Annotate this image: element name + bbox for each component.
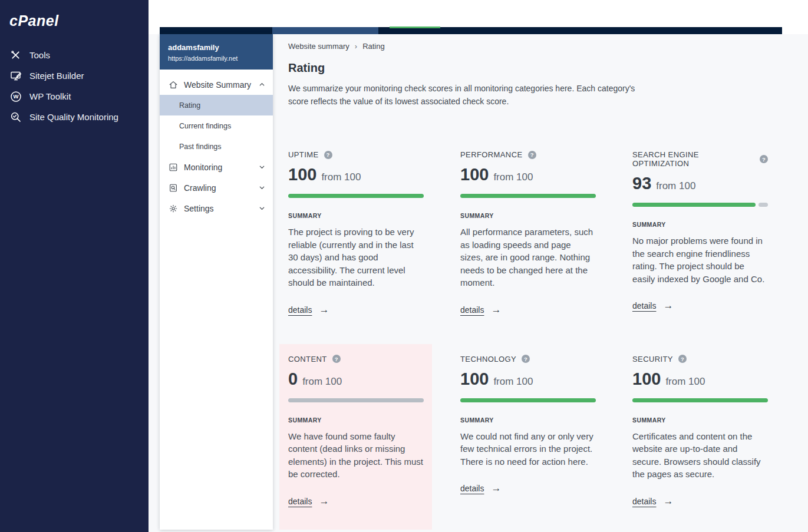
site-quality-monitoring-icon xyxy=(9,111,22,123)
card-category-label: PERFORMANCE xyxy=(460,150,523,159)
nav-subitem-label: Current findings xyxy=(179,122,231,130)
nav-item-label: Monitoring xyxy=(184,163,222,172)
chevron-down-icon xyxy=(259,164,265,170)
nav-subitem-rating[interactable]: Rating xyxy=(160,95,273,115)
progress-bar xyxy=(460,398,596,402)
card-summary-text: The project is proving to be very reliab… xyxy=(288,226,424,289)
progress-rest xyxy=(758,203,768,207)
help-icon[interactable]: ? xyxy=(324,151,332,159)
page-title: Rating xyxy=(288,61,808,75)
progress-bar xyxy=(632,398,768,402)
sidebar-item-sitejet-builder[interactable]: Sitejet Builder xyxy=(0,65,149,86)
site-panel: addamsfamily https://addamsfamily.net We… xyxy=(160,34,273,530)
nav-subitem-current-findings[interactable]: Current findings xyxy=(160,115,273,136)
card-score: 100 xyxy=(288,165,316,184)
nav-subitem-past-findings[interactable]: Past findings xyxy=(160,136,273,157)
card-summary-text: We have found some faulty content (dead … xyxy=(288,430,424,481)
details-link[interactable]: details xyxy=(460,484,484,493)
summary-label: SUMMARY xyxy=(460,212,596,219)
sidebar-item-label: Site Quality Monitoring xyxy=(29,112,118,122)
details-link[interactable]: details xyxy=(288,497,312,506)
chart-icon xyxy=(168,162,178,172)
help-icon[interactable]: ? xyxy=(522,355,530,363)
progress-fill xyxy=(632,203,756,207)
progress-bar xyxy=(288,398,424,402)
site-name: addamsfamily xyxy=(168,43,265,52)
chevron-up-icon xyxy=(259,81,265,88)
card-summary-text: All performance parameters, such as load… xyxy=(460,226,596,289)
svg-text:W: W xyxy=(13,93,18,100)
arrow-right-icon: → xyxy=(319,495,329,507)
breadcrumb-separator-icon: › xyxy=(355,42,357,51)
rating-card-content: CONTENT ? 0 from 100 SUMMARY We have fou… xyxy=(279,344,432,530)
card-score-denominator: from 100 xyxy=(665,376,705,388)
sidebar-item-label: WP Toolkit xyxy=(29,91,71,101)
home-icon xyxy=(168,80,178,90)
details-link[interactable]: details xyxy=(632,301,656,310)
help-icon[interactable]: ? xyxy=(332,355,341,363)
rating-card-uptime: UPTIME ? 100 from 100 SUMMARY The projec… xyxy=(279,140,432,325)
card-summary-text: We could not find any or only very few t… xyxy=(460,430,596,468)
help-icon[interactable]: ? xyxy=(760,155,768,163)
breadcrumb-parent[interactable]: Website summary xyxy=(288,42,349,51)
card-score-denominator: from 100 xyxy=(656,180,695,192)
cpanel-logo: cPanel xyxy=(0,0,149,40)
rating-card-technology: TECHNOLOGY ? 100 from 100 SUMMARY We cou… xyxy=(451,344,604,530)
active-tab-segment xyxy=(272,27,378,34)
summary-label: SUMMARY xyxy=(632,417,768,424)
card-score-denominator: from 100 xyxy=(321,171,361,183)
app-window: cPanel Tools Sitejet Builder W WP Toolki… xyxy=(0,0,808,532)
primary-nav: Tools Sitejet Builder W WP Toolkit Site … xyxy=(0,45,149,127)
card-score-denominator: from 100 xyxy=(493,376,533,388)
arrow-right-icon: → xyxy=(663,495,673,507)
page-description: We summarize your monitoring check score… xyxy=(288,82,652,108)
sidebar-item-site-quality-monitoring[interactable]: Site Quality Monitoring xyxy=(0,107,149,127)
progress-rest xyxy=(288,398,424,402)
nav-subitem-label: Rating xyxy=(179,101,200,110)
rating-card-security: SECURITY ? 100 from 100 SUMMARY Certific… xyxy=(624,344,776,530)
help-icon[interactable]: ? xyxy=(528,151,536,159)
nav-item-website-summary[interactable]: Website Summary xyxy=(160,74,273,95)
tools-icon xyxy=(9,49,22,61)
details-link[interactable]: details xyxy=(288,305,312,315)
sidebar-item-wp-toolkit[interactable]: W WP Toolkit xyxy=(0,86,149,107)
progress-fill xyxy=(632,398,768,402)
card-summary-text: No major problems were found in the sear… xyxy=(632,234,768,285)
help-icon[interactable]: ? xyxy=(678,355,687,363)
main-pane: Website summary › Rating Rating We summa… xyxy=(288,34,808,530)
card-category-label: UPTIME xyxy=(288,150,319,159)
card-category-label: CONTENT xyxy=(288,355,327,364)
progress-fill xyxy=(460,194,596,198)
site-url: https://addamsfamily.net xyxy=(168,55,265,62)
nav-item-label: Website Summary xyxy=(184,80,251,90)
card-summary-text: Certificates and content on the website … xyxy=(632,430,768,481)
nav-item-settings[interactable]: Settings xyxy=(160,198,273,219)
card-score: 93 xyxy=(632,174,651,193)
progress-fill xyxy=(288,194,424,198)
gear-icon xyxy=(168,203,178,213)
card-category-label: SECURITY xyxy=(632,355,673,364)
progress-fill xyxy=(460,398,596,402)
arrow-right-icon: → xyxy=(663,300,673,312)
wp-toolkit-icon: W xyxy=(9,90,22,103)
card-score: 100 xyxy=(632,369,661,389)
summary-label: SUMMARY xyxy=(288,212,424,219)
nav-item-label: Crawling xyxy=(184,183,216,193)
details-link[interactable]: details xyxy=(460,305,484,315)
site-panel-header: addamsfamily https://addamsfamily.net xyxy=(160,34,273,70)
arrow-right-icon: → xyxy=(319,304,329,316)
nav-item-crawling[interactable]: Crawling xyxy=(160,177,273,198)
chevron-down-icon xyxy=(259,205,265,212)
sidebar-item-tools[interactable]: Tools xyxy=(0,45,149,65)
active-tab-indicator xyxy=(390,27,440,28)
progress-bar xyxy=(632,203,768,207)
nav-item-monitoring[interactable]: Monitoring xyxy=(160,157,273,177)
card-score: 100 xyxy=(460,165,489,184)
card-score: 100 xyxy=(460,369,489,389)
details-link[interactable]: details xyxy=(632,497,656,506)
sitejet-builder-icon xyxy=(9,70,22,82)
document-search-icon xyxy=(168,183,178,193)
primary-sidebar: cPanel Tools Sitejet Builder W WP Toolki… xyxy=(0,0,149,532)
rating-cards-grid: UPTIME ? 100 from 100 SUMMARY The projec… xyxy=(279,140,808,530)
progress-bar xyxy=(288,194,424,198)
